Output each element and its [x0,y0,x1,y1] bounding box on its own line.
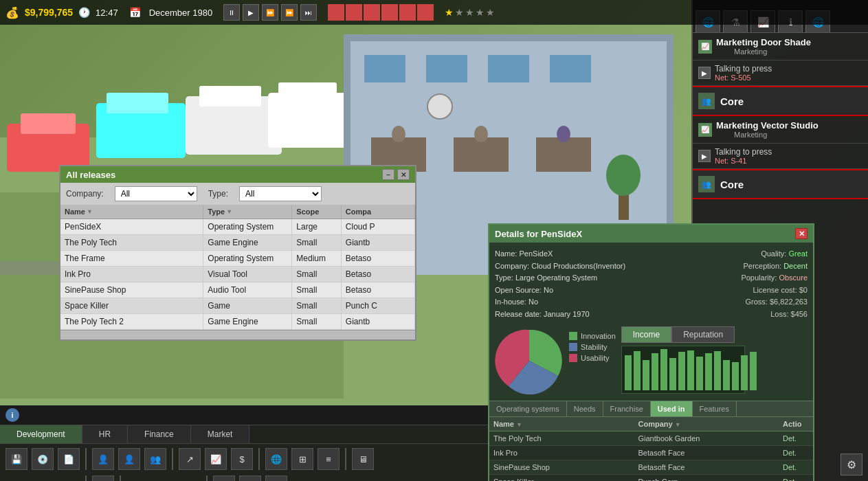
table-row[interactable]: The Frame Operating System Medium Betaso [60,251,415,267]
reputation-tab[interactable]: Reputation [671,326,735,343]
market-icon-grid[interactable]: ⊞ [291,448,313,470]
table-row[interactable]: PenSideX Operating System Large Cloud P [60,219,415,235]
hr-icon-add-person[interactable]: 👤 [118,448,140,470]
income-tab[interactable]: Income [621,326,671,343]
th-company[interactable]: Compa [342,205,415,219]
used-in-action-4[interactable]: Det. [779,475,813,481]
play-btn[interactable]: ▶ [243,4,259,21]
value-popularity: Obscure [779,273,808,282]
used-in-action-3[interactable]: Det. [779,460,813,474]
table-row[interactable]: Space Killer Game Small Punch C [60,298,415,314]
dev-icon-doc[interactable]: 📄 [58,448,80,470]
tab-finance[interactable]: Finance [128,425,191,443]
used-in-row[interactable]: Ink Pro Betasoft Face Det. [489,446,813,460]
pie-chart [495,326,564,395]
tab-operating-systems[interactable]: Operating systems [489,401,567,416]
detail-gross-row: Gross: $6,822,263 [698,296,808,309]
details-tabs: Operating systems Needs Franchise Used i… [489,401,813,417]
th-name[interactable]: Name ▼ [60,205,203,219]
monitor-icon[interactable]: 🖥 [352,448,374,470]
close-all-releases-btn[interactable]: ✕ [397,169,410,180]
hr-icon-person[interactable]: 👤 [92,448,114,470]
hr-icon-person-2[interactable]: 👤 [92,476,114,481]
fastest-btn[interactable]: ⏭ [300,4,317,21]
tab-needs[interactable]: Needs [567,401,603,416]
finance-icon-up[interactable]: ↗ [179,448,201,470]
all-releases-window: All releases – ✕ Company: All Type: All … [59,165,416,341]
tab-franchise[interactable]: Franchise [603,401,651,416]
used-in-action-1[interactable]: Det. [779,432,813,445]
row-name: The Poly Tech 2 [60,314,203,329]
tab-hr[interactable]: HR [82,425,128,443]
table-row[interactable]: The Poly Tech Game Engine Small Giantb [60,235,415,251]
market-icon-wrench[interactable]: 🔧 [239,476,261,481]
value-licensecost: $0 [799,286,808,294]
star-1[interactable]: ★ [445,7,454,18]
bar [660,349,667,390]
row-scope: Small [292,282,342,298]
th-scope[interactable]: Scope [292,205,342,219]
color-box-4 [381,4,398,21]
detail-type-row: Type: Large Operating System [495,272,692,284]
all-releases-title: All releases [66,170,115,180]
star-3[interactable]: ★ [465,7,474,18]
all-releases-titlebar[interactable]: All releases – ✕ [60,166,415,183]
hr-icon-team[interactable]: 👥 [144,448,166,470]
finance-icon-dollar[interactable]: $ [231,448,253,470]
row-company: Punch C [342,298,415,313]
talking-to-press-2[interactable]: ▶ Talking to press Net: S-41 [693,144,868,169]
talking-to-press-1[interactable]: ▶ Talking to press Net: S-505 [693,60,868,86]
svg-point-19 [392,126,405,142]
market-icon-calendar[interactable]: 📅 [265,476,287,481]
label-popularity: Popularity: [741,273,777,282]
market-icon-down-arrow[interactable]: ↙ [213,476,235,481]
horizontal-scrollbar[interactable] [60,330,415,339]
pause-btn[interactable]: ⏸ [223,4,240,21]
type-select[interactable]: All [239,186,322,201]
company-select[interactable]: All [115,186,197,201]
finance-icon-chart[interactable]: 📈 [205,448,227,470]
core-row-2[interactable]: 👥 Core [693,169,868,199]
uth-name[interactable]: Name ▼ [489,417,634,431]
sidebar-item-marketing-door[interactable]: 📈 Marketing Door Shade Marketing [693,33,868,60]
play-btn-1[interactable]: ▶ [698,67,711,79]
minimize-btn[interactable]: – [382,169,394,180]
table-row[interactable]: The Poly Tech 2 Game Engine Small Giantb [60,314,415,330]
separator-5 [85,476,87,481]
info-icon[interactable]: i [5,408,19,422]
close-details-btn[interactable]: ✕ [795,228,808,239]
used-in-row[interactable]: SinePause Shop Betasoft Face Det. [489,460,813,475]
details-titlebar[interactable]: Details for PenSideX ✕ [489,225,813,243]
star-4[interactable]: ★ [476,7,485,18]
market-icon-globe[interactable]: 🌐 [265,448,287,470]
market-icon-list[interactable]: ≡ [318,448,340,470]
tab-used-in[interactable]: Used in [651,401,693,416]
tab-features[interactable]: Features [693,401,737,416]
uth-company[interactable]: Company ▼ [634,417,779,431]
play-btn-2[interactable]: ▶ [698,150,711,162]
settings-icon[interactable]: ⚙ [841,454,863,476]
core-row-1[interactable]: 👥 Core [693,86,868,116]
star-2[interactable]: ★ [455,7,464,18]
details-window: Details for PenSideX ✕ Name: PenSideX Co… [488,223,814,481]
used-in-row[interactable]: Space Killer Punch Corp. Det. [489,475,813,481]
svg-rect-7 [199,86,261,107]
row-scope: Large [292,219,342,234]
used-in-row[interactable]: The Poly Tech Giantbook Garden Det. [489,432,813,446]
th-type[interactable]: Type ▼ [203,205,292,219]
dev-icon-cd[interactable]: 💿 [32,448,54,470]
bar [741,355,748,390]
row-name: The Frame [60,251,203,266]
star-5[interactable]: ★ [486,7,495,18]
faster-btn[interactable]: ⏩ [281,4,298,21]
table-row[interactable]: SinePause Shop Audio Tool Small Betaso [60,282,415,298]
table-row[interactable]: Ink Pro Visual Tool Small Betaso [60,267,415,282]
fast-btn[interactable]: ⏩ [262,4,278,21]
sidebar-item-marketing-vector[interactable]: 📈 Marketing Vector Studio Marketing [693,116,868,144]
dev-icon-disk[interactable]: 💾 [5,448,27,470]
tab-development[interactable]: Development [0,425,82,443]
tab-market[interactable]: Market [191,425,250,443]
row-scope: Medium [292,251,342,266]
value-company: Cloud Productions(Inventor) [531,262,625,270]
used-in-action-2[interactable]: Det. [779,446,813,460]
